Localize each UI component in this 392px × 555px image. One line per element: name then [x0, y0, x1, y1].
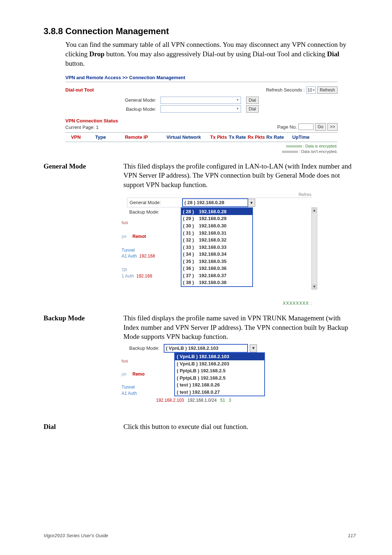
refresh-button[interactable]: Refresh — [317, 86, 338, 94]
dropdown-arrow-button[interactable]: ▼ — [248, 199, 255, 207]
footer-left: Vigor2910 Series User's Guide — [44, 532, 108, 539]
col-remote-ip: Remote IP — [115, 134, 158, 141]
dropdown-option[interactable]: ( PptpLB ) 192.168.2.5 — [175, 374, 264, 382]
scrollbar[interactable]: ▲ ▼ — [311, 207, 317, 289]
refresh-seconds-value: 10 — [307, 87, 312, 93]
term-general-mode: General Mode — [44, 162, 123, 171]
dropdown-option[interactable]: ( test ) 192.168.0.26 — [175, 381, 264, 389]
backup-mode-field-label: Backup Mode: — [127, 207, 181, 217]
vpn-connection-status-title: VPN Connection Status — [65, 118, 118, 124]
backup-mode-dropdown[interactable]: ( VpnLB ) 192.168.2.103 — [164, 344, 248, 353]
general-mode-screenshot: Refres tus pe Remot Tunnel A1 Auth 192.1… — [127, 192, 312, 306]
dropdown-option[interactable]: ( VpnLB ) 192.168.2.203 — [175, 360, 264, 368]
backup-mode-selected-value: ( VpnLB ) 192.168.2.103 — [166, 345, 219, 352]
section-heading: 3.8.8 Connection Management — [44, 25, 356, 37]
faded-pe: pe — [122, 234, 126, 239]
refresh-truncated-label: Refres — [127, 192, 312, 198]
vpn-status-row: 192.168.2.103 192.168.1.0/24 51 3 — [156, 397, 231, 403]
backup-mode-label: Backup Mode: — [65, 106, 158, 113]
dropdown-option[interactable]: ( 37 )192.168.0.37 — [181, 272, 252, 279]
col-tx-pkts: Tx Pkts — [209, 134, 228, 141]
footer-page-number: 117 — [348, 532, 356, 539]
general-mode-dropdown[interactable]: ( 28 ) 192.168.0.28 — [182, 198, 248, 207]
dropdown-option[interactable]: ( 33 )192.168.0.33 — [181, 244, 252, 251]
dropdown-option[interactable]: ( 32 )192.168.0.32 — [181, 236, 252, 244]
intro-bold-drop: Drop — [89, 50, 105, 58]
backup-mode-field-label-2: Backup Mode: — [127, 344, 162, 353]
backup-mode-options-list[interactable]: ( VpnLB ) 192.168.2.103( VpnLB ) 192.168… — [174, 352, 265, 396]
col-uptime: UpTime — [285, 134, 317, 141]
refresh-seconds-label: Refresh Seconds : — [266, 87, 305, 93]
backup-mode-select[interactable]: ▾ — [160, 105, 241, 113]
general-mode-select[interactable]: ▾ — [160, 97, 241, 104]
faded-remo: Remo — [132, 372, 144, 377]
go-button[interactable]: Go — [315, 123, 326, 130]
breadcrumb: VPN and Remote Access >> Connection Mana… — [65, 74, 338, 82]
general-mode-options-list[interactable]: ( 28 )192.168.0.28( 29 )192.168.0.29( 30… — [181, 207, 253, 287]
vpn-table-header: VPN Type Remote IP Virtual Network Tx Pk… — [65, 132, 338, 142]
col-type: Type — [86, 134, 115, 141]
intro-text-2: button. You may also aggressively Dial-o… — [105, 50, 327, 58]
col-rx-rate: Rx Rate — [266, 134, 285, 141]
row-val-1: 51 — [220, 397, 225, 403]
faded-tus-2: tus — [122, 358, 144, 364]
connection-management-panel: VPN and Remote Access >> Connection Mana… — [65, 74, 338, 154]
dropdown-option[interactable]: ( 29 )192.168.0.29 — [181, 215, 252, 222]
faded-tus: tus — [122, 220, 155, 226]
current-page-label: Current Page: 1 — [65, 124, 118, 131]
refresh-seconds-select[interactable]: 10 ▾ — [306, 86, 316, 94]
legend-xxxx: XXXXXXXX : — [127, 300, 312, 306]
dropdown-arrow-button-2[interactable]: ▼ — [250, 344, 257, 352]
page-no-input[interactable] — [298, 123, 314, 130]
dropdown-option[interactable]: ( 36 )192.168.0.36 — [181, 265, 252, 272]
dropdown-option[interactable]: ( 35 )192.168.0.35 — [181, 258, 252, 265]
col-rx-pkts: Rx Pkts — [247, 134, 266, 141]
general-mode-selected-value: ( 28 ) 192.168.0.28 — [184, 199, 224, 206]
desc-general-mode: This filed displays the profile configur… — [123, 162, 356, 190]
dropdown-option[interactable]: ( 34 )192.168.0.34 — [181, 251, 252, 258]
dropdown-option[interactable]: ( 31 )192.168.0.31 — [181, 230, 252, 237]
dropdown-option[interactable]: ( VpnLB ) 192.168.2.103 — [175, 353, 264, 360]
faded-ip-1: 192.168 — [139, 254, 155, 259]
page-no-label: Page No. — [277, 124, 297, 130]
intro-paragraph: You can find the summary table of all VP… — [65, 40, 356, 68]
dial-button-general[interactable]: Dial — [246, 97, 259, 104]
scroll-down-icon[interactable]: ▼ — [312, 284, 317, 289]
intro-text-3: button. — [65, 60, 85, 67]
legend-not-encrypted: xxxxxxxx : Data isn't encrypted. — [65, 149, 338, 154]
faded-tunnel: Tunnel — [122, 248, 135, 253]
col-tx-rate: Tx Rate — [228, 134, 247, 141]
faded-tp: TP — [122, 268, 127, 273]
faded-1auth: 1 Auth — [122, 274, 134, 279]
legend-encrypted: xxxxxxxx : Data is encrypted. — [65, 143, 338, 149]
dropdown-option[interactable]: ( 38 )192.168.0.38 — [181, 279, 252, 286]
faded-remot: Remot — [132, 234, 146, 239]
row-val-2: 3 — [229, 397, 231, 403]
chevron-down-icon: ▾ — [235, 106, 240, 111]
scroll-up-icon[interactable]: ▲ — [312, 208, 317, 213]
faded-a1auth-2: A1 Auth — [122, 391, 137, 396]
dial-button-backup[interactable]: Dial — [246, 105, 259, 113]
general-mode-field-label: General Mode: — [127, 198, 182, 208]
backup-mode-screenshot: tus pe Remo Tunnel A1 Auth Backup Mode: … — [127, 344, 323, 415]
dropdown-option[interactable]: ( 28 )192.168.0.28 — [181, 208, 252, 215]
faded-ip-2: 192.168 — [136, 274, 152, 279]
faded-a1auth: A1 Auth — [122, 254, 137, 259]
desc-backup-mode: This filed displays the profile name sav… — [123, 313, 356, 341]
term-dial: Dial — [44, 422, 123, 432]
col-vpn: VPN — [65, 134, 86, 141]
col-virtual-network: Virtual Network — [158, 134, 209, 141]
faded-pe-2: pe — [122, 372, 126, 377]
chevron-down-icon: ▾ — [312, 88, 315, 93]
dropdown-option[interactable]: ( 30 )192.168.0.30 — [181, 222, 252, 230]
row-ip-2: 192.168.1.0/24 — [188, 397, 217, 403]
row-ip-1: 192.168.2.103 — [156, 397, 184, 403]
dropdown-option[interactable]: ( PptpLB ) 192.168.2.5 — [175, 367, 264, 374]
dropdown-option[interactable]: ( test ) 192.168.0.27 — [175, 389, 264, 396]
next-page-button[interactable]: >> — [327, 123, 338, 130]
faded-tunnel-2: Tunnel — [122, 385, 135, 390]
general-mode-label: General Mode: — [65, 97, 158, 104]
dial-out-tool-title: Dial-out Tool — [65, 87, 94, 93]
intro-bold-dial: Dial — [327, 50, 339, 58]
term-backup-mode: Backup Mode — [44, 313, 123, 323]
